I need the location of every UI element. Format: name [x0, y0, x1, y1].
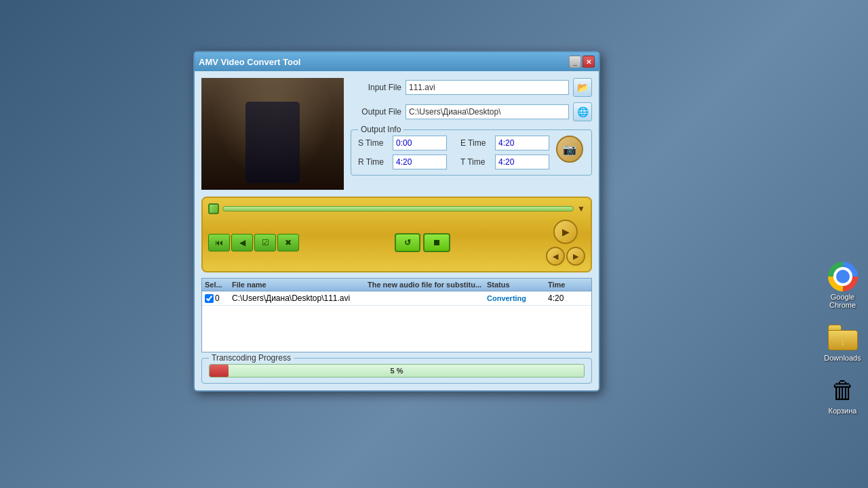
row-num: 0	[215, 293, 220, 303]
e-time-label: E Time	[460, 138, 491, 148]
downloads-folder-icon: ↓	[828, 325, 858, 350]
mark-out-button[interactable]: ✖	[277, 234, 299, 251]
input-file-row: Input File 📂	[351, 78, 592, 97]
stop-button[interactable]: ⏹	[423, 233, 450, 252]
mark-in-button[interactable]: ☑	[254, 234, 276, 251]
chrome-icon	[828, 262, 858, 291]
right-controls: ▶ ◀ ▶	[546, 220, 585, 266]
downloads-label: Downloads	[824, 354, 861, 362]
t-time-row: T Time	[460, 155, 549, 169]
row-filename: C:\Users\Диана\Desktop\111.avi	[232, 293, 368, 303]
sidebar-item-chrome[interactable]: Google Chrome	[819, 258, 867, 312]
input-file-label: Input File	[351, 83, 401, 92]
e-time-row: E Time	[460, 136, 549, 150]
window-title: AMV Video Convert Tool	[199, 57, 300, 67]
chrome-label: Google Chrome	[822, 293, 864, 309]
r-time-row: R Time	[358, 155, 447, 169]
preview-inner	[201, 78, 344, 190]
progress-percent-text: 5 %	[391, 367, 403, 375]
close-button[interactable]: ✕	[583, 56, 595, 68]
taskbar-right: Google Chrome ↓ Downloads 🗑 Корзина	[817, 0, 868, 488]
center-controls: ↺ ⏹	[395, 233, 450, 252]
progress-label: Transcoding Progress	[209, 353, 294, 363]
t-time-label: T Time	[460, 157, 491, 167]
t-time-field[interactable]	[495, 155, 549, 169]
output-file-row: Output File 🌐	[351, 102, 592, 121]
chrome-icon-container	[827, 260, 859, 293]
s-time-row: S Time	[358, 136, 447, 150]
output-info-label: Output Info	[358, 125, 403, 134]
desktop: AMV Video Convert Tool _ ✕	[0, 0, 868, 488]
title-bar: AMV Video Convert Tool _ ✕	[195, 52, 599, 71]
file-list-header: Sel... File name The new audio file for …	[201, 278, 592, 291]
folder-body: ↓	[828, 330, 858, 350]
output-file-browse-button[interactable]: 🌐	[573, 102, 592, 121]
e-time-field[interactable]	[495, 136, 549, 150]
skip-start-button[interactable]: ⏮	[208, 234, 230, 251]
preview-figure	[245, 102, 300, 183]
stop-icon: ⏹	[433, 238, 441, 247]
sidebar-item-recycle[interactable]: 🗑 Корзина	[819, 371, 867, 418]
progress-section: Transcoding Progress 5 %	[201, 358, 592, 384]
header-sel: Sel...	[205, 281, 232, 289]
minimize-button[interactable]: _	[569, 56, 581, 68]
player-section: ▼ ⏮ ◀ ☑ ✖ ↺	[201, 197, 592, 272]
next-button[interactable]: ▶	[566, 247, 585, 266]
output-file-field[interactable]	[406, 104, 569, 119]
r-time-field[interactable]	[393, 155, 447, 169]
table-row[interactable]: 0 C:\Users\Диана\Desktop\111.avi Convert…	[202, 291, 591, 306]
recycle-label: Корзина	[829, 407, 857, 415]
prev-button[interactable]: ◀	[546, 247, 565, 266]
recycle-icon-container: 🗑	[827, 374, 859, 407]
convert-icon: ↺	[404, 238, 411, 247]
seek-bar[interactable]	[222, 206, 574, 211]
r-time-label: R Time	[358, 157, 389, 167]
header-filename: File name	[232, 281, 368, 289]
top-section: Input File 📂 Output File 🌐 Output Info	[201, 78, 592, 190]
row-time: 4:20	[548, 293, 589, 303]
play-button[interactable]: ▶	[553, 220, 578, 244]
file-info-panel: Input File 📂 Output File 🌐 Output Info	[351, 78, 592, 190]
nav-buttons: ◀ ▶	[546, 247, 585, 266]
video-preview	[201, 78, 344, 190]
row-checkbox[interactable]	[205, 294, 214, 303]
output-info-group: Output Info S Time E Time	[351, 129, 592, 176]
snap-button[interactable]: 📷	[556, 136, 583, 163]
time-grid: S Time E Time R Time	[358, 136, 549, 169]
seek-arrow-icon[interactable]: ▼	[577, 204, 585, 214]
output-file-label: Output File	[351, 107, 401, 117]
file-list-body: 0 C:\Users\Диана\Desktop\111.avi Convert…	[201, 291, 592, 352]
s-time-label: S Time	[358, 138, 389, 148]
s-time-field[interactable]	[393, 136, 447, 150]
left-controls: ⏮ ◀ ☑ ✖	[208, 234, 299, 251]
input-file-browse-button[interactable]: 📂	[573, 78, 592, 97]
row-checkbox-cell: 0	[205, 293, 232, 303]
title-bar-buttons: _ ✕	[569, 56, 595, 68]
controls-row: ⏮ ◀ ☑ ✖ ↺ ⏹	[208, 220, 585, 266]
row-status: Converting	[487, 294, 548, 302]
window-content: Input File 📂 Output File 🌐 Output Info	[195, 71, 599, 390]
recycle-bin-icon: 🗑	[829, 375, 856, 405]
folder-star: ↓	[840, 336, 845, 347]
prev-frame-button[interactable]: ◀	[231, 234, 253, 251]
sidebar-item-downloads[interactable]: ↓ Downloads	[819, 319, 867, 365]
header-audio: The new audio file for substitu...	[368, 281, 487, 289]
progress-bar-container: 5 %	[209, 364, 585, 378]
input-file-field[interactable]	[406, 80, 569, 95]
seek-thumb[interactable]	[208, 203, 219, 214]
header-status: Status	[487, 281, 548, 289]
convert-button[interactable]: ↺	[395, 233, 420, 252]
progress-bar-fill	[210, 365, 229, 377]
seek-bar-area: ▼	[208, 203, 585, 214]
amv-convert-window: AMV Video Convert Tool _ ✕	[193, 51, 600, 392]
header-time: Time	[548, 281, 589, 289]
downloads-icon-container: ↓	[827, 321, 859, 354]
